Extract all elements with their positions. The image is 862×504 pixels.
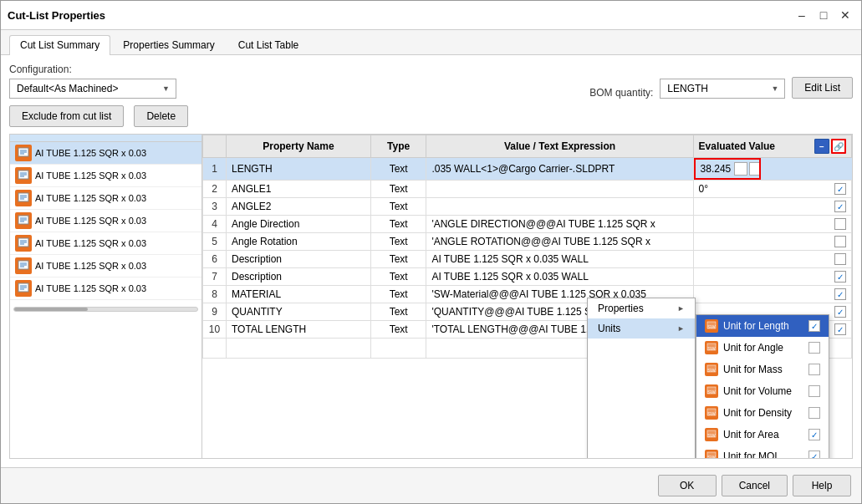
- maximize-button[interactable]: □: [814, 6, 833, 24]
- eval-extra-box[interactable]: [749, 162, 760, 176]
- sidebar-scrollbar[interactable]: [13, 307, 198, 312]
- bom-select[interactable]: LENGTH: [660, 79, 785, 99]
- table-row[interactable]: 3ANGLE2Text✓: [203, 198, 852, 216]
- row-checkbox[interactable]: [834, 236, 846, 247]
- help-button[interactable]: Help: [793, 475, 851, 496]
- table-cell-evaluated[interactable]: ✓: [693, 198, 851, 216]
- tab-cut-list-summary[interactable]: Cut List Summary: [9, 35, 110, 55]
- submenu-item[interactable]: SW Unit for Density: [696, 402, 829, 424]
- table-cell-value[interactable]: [426, 181, 693, 198]
- title-bar-left: Cut-List Properties: [8, 9, 105, 22]
- table-cell-type[interactable]: Text: [370, 303, 426, 321]
- table-row[interactable]: 7DescriptionTextAI TUBE 1.125 SQR x 0.03…: [203, 268, 852, 286]
- config-select[interactable]: Default<As Machined>: [9, 79, 176, 99]
- submenu-item-check[interactable]: ✓: [808, 451, 820, 458]
- table-cell-evaluated[interactable]: ✓: [693, 268, 851, 286]
- delete-button[interactable]: Delete: [134, 105, 188, 127]
- row-checkbox[interactable]: ✓: [834, 288, 846, 300]
- exclude-from-cut-list-button[interactable]: Exclude from cut list: [9, 105, 124, 127]
- table-cell-evaluated[interactable]: [693, 233, 851, 251]
- table-row[interactable]: 1LENGTHText.035 WALL<1>@Cargo Carrier-.S…: [203, 158, 852, 181]
- table-cell-property[interactable]: ANGLE2: [227, 198, 371, 216]
- table-cell-type[interactable]: Text: [370, 286, 426, 303]
- table-cell-evaluated[interactable]: 38.245: [694, 158, 761, 180]
- table-cell-num: 9: [203, 303, 227, 321]
- sidebar-item[interactable]: AI TUBE 1.125 SQR x 0.03: [10, 232, 201, 255]
- row-checkbox[interactable]: ✓: [834, 323, 846, 335]
- submenu-item[interactable]: SW Unit for Mass: [696, 359, 829, 380]
- table-cell-property[interactable]: Description: [227, 268, 371, 286]
- table-cell-type[interactable]: Text: [370, 251, 426, 268]
- table-cell-value[interactable]: 'ANGLE DIRECTION@@@AI TUBE 1.125 SQR x: [426, 216, 693, 233]
- row-checkbox[interactable]: ✓: [834, 271, 846, 283]
- table-cell-type[interactable]: Text: [370, 181, 426, 198]
- table-row[interactable]: 4Angle DirectionText'ANGLE DIRECTION@@@A…: [203, 216, 852, 233]
- submenu-item-label: Unit for Length: [723, 320, 789, 332]
- submenu-item[interactable]: SW Unit for Area ✓: [696, 424, 829, 445]
- dropdown-item-properties[interactable]: Properties ►: [588, 298, 695, 318]
- table-cell-evaluated[interactable]: [693, 216, 851, 233]
- table-cell-evaluated[interactable]: [693, 251, 851, 268]
- sidebar-item[interactable]: AI TUBE 1.125 SQR x 0.03: [10, 255, 201, 277]
- table-cell-type[interactable]: Text: [370, 158, 426, 181]
- submenu-item[interactable]: SW Unit for Length ✓: [696, 315, 829, 337]
- sidebar-item-label: AI TUBE 1.125 SQR x 0.03: [35, 193, 146, 203]
- sidebar-item[interactable]: AI TUBE 1.125 SQR x 0.03: [10, 165, 201, 187]
- table-cell-property[interactable]: [227, 339, 371, 359]
- edit-list-button[interactable]: Edit List: [792, 77, 853, 99]
- sidebar-item[interactable]: AI TUBE 1.125 SQR x 0.03: [10, 187, 201, 210]
- table-cell-property[interactable]: Angle Rotation: [227, 233, 371, 251]
- table-cell-type[interactable]: Text: [370, 198, 426, 216]
- submenu-item-label: Unit for MOI: [723, 451, 778, 458]
- ok-button[interactable]: OK: [658, 475, 717, 496]
- row-checkbox[interactable]: [834, 253, 846, 265]
- table-cell-evaluated[interactable]: 0°✓: [693, 181, 851, 198]
- table-cell-type[interactable]: Text: [370, 321, 426, 339]
- close-button[interactable]: ✕: [836, 6, 854, 24]
- row-checkbox[interactable]: ✓: [834, 183, 846, 195]
- header-minus-icon[interactable]: −: [814, 139, 829, 154]
- submenu-item[interactable]: SW Unit for Angle: [696, 337, 829, 359]
- table-cell-property[interactable]: TOTAL LENGTH: [227, 321, 371, 339]
- submenu-item-check[interactable]: [808, 385, 820, 397]
- cut-list-properties-window: Cut-List Properties – □ ✕ Cut List Summa…: [0, 0, 862, 504]
- tab-properties-summary[interactable]: Properties Summary: [112, 35, 225, 54]
- table-cell-property[interactable]: Description: [227, 251, 371, 268]
- row-checkbox[interactable]: ✓: [834, 201, 846, 212]
- table-cell-property[interactable]: Angle Direction: [227, 216, 371, 233]
- table-row[interactable]: 5Angle RotationText'ANGLE ROTATION@@@AI …: [203, 233, 852, 251]
- table-cell-property[interactable]: ANGLE1: [227, 181, 371, 198]
- table-cell-type[interactable]: Text: [370, 268, 426, 286]
- minimize-button[interactable]: –: [793, 6, 811, 24]
- dropdown-item-units[interactable]: Units ►: [588, 318, 695, 339]
- table-cell-property[interactable]: LENGTH: [227, 158, 371, 181]
- sidebar-item[interactable]: AI TUBE 1.125 SQR x 0.03: [10, 277, 201, 300]
- table-cell-property[interactable]: QUANTITY: [227, 303, 371, 321]
- table-cell-value[interactable]: .035 WALL<1>@Cargo Carrier-.SLDPRT: [426, 158, 693, 181]
- submenu-item-check[interactable]: [808, 364, 820, 375]
- table-cell-property[interactable]: MATERIAL: [227, 286, 371, 303]
- submenu-item-check[interactable]: [808, 407, 820, 419]
- sidebar-item[interactable]: AI TUBE 1.125 SQR x 0.03: [10, 210, 201, 232]
- table-cell-type[interactable]: Text: [370, 216, 426, 233]
- tab-cut-list-table[interactable]: Cut List Table: [227, 35, 310, 54]
- eval-checkbox[interactable]: [734, 162, 747, 176]
- table-row[interactable]: 6DescriptionTextAI TUBE 1.125 SQR x 0.03…: [203, 251, 852, 268]
- submenu-item[interactable]: SW Unit for Volume: [696, 380, 829, 402]
- table-cell-value[interactable]: AI TUBE 1.125 SQR x 0.035 WALL: [426, 251, 693, 268]
- table-cell-value[interactable]: AI TUBE 1.125 SQR x 0.035 WALL: [426, 268, 693, 286]
- table-cell-value[interactable]: [426, 198, 693, 216]
- sidebar-item[interactable]: AI TUBE 1.125 SQR x 0.03: [10, 142, 201, 165]
- row-checkbox[interactable]: [834, 218, 846, 230]
- table-cell-type[interactable]: [370, 339, 426, 359]
- table-cell-value[interactable]: 'ANGLE ROTATION@@@AI TUBE 1.125 SQR x: [426, 233, 693, 251]
- row-checkbox[interactable]: ✓: [834, 306, 846, 318]
- submenu-item-check[interactable]: ✓: [808, 429, 820, 440]
- submenu-item-check[interactable]: ✓: [808, 320, 820, 332]
- submenu-item-check[interactable]: [808, 342, 820, 354]
- table-cell-type[interactable]: Text: [370, 233, 426, 251]
- table-row[interactable]: 2ANGLE1Text0°✓: [203, 181, 852, 198]
- submenu-item[interactable]: SW Unit for MOI ✓: [696, 445, 829, 458]
- cancel-button[interactable]: Cancel: [722, 475, 788, 496]
- header-link-icon[interactable]: 🔗: [831, 139, 846, 154]
